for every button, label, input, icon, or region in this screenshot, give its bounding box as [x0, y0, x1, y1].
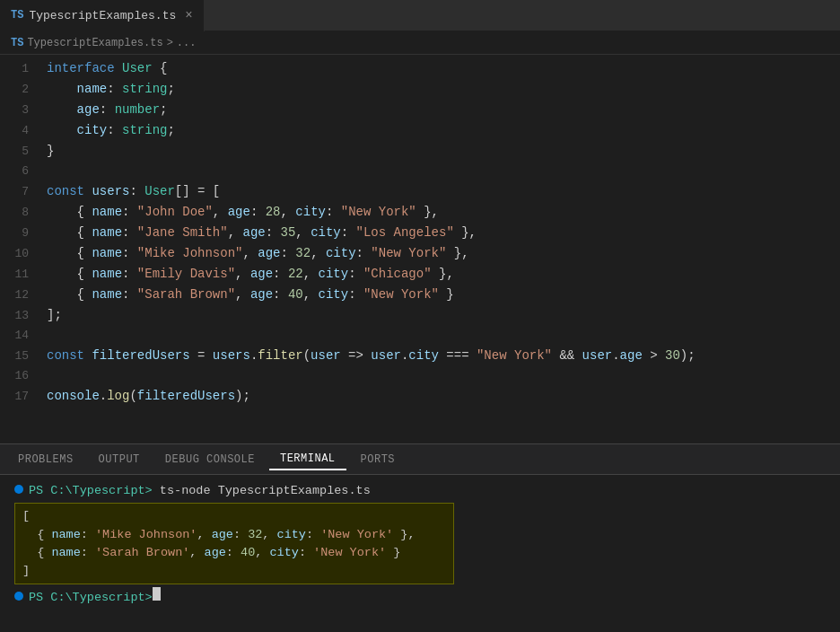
terminal-result-2: { name: 'Sarah Brown', age: 40, city: 'N… — [22, 544, 446, 562]
editor: 1 interface User { 2 name: string; 3 age… — [0, 55, 840, 443]
breadcrumb-path: TypescriptExamples.ts — [27, 37, 162, 49]
terminal-content[interactable]: PS C:\Typescript> ts-node TypescriptExam… — [0, 475, 840, 632]
code-line-11: 11 { name: "Emily Davis", age: 22, city:… — [0, 264, 840, 285]
code-line-6: 6 — [0, 162, 840, 181]
code-line-1: 1 interface User { — [0, 58, 840, 79]
code-line-3: 3 age: number; — [0, 100, 840, 120]
code-area[interactable]: 1 interface User { 2 name: string; 3 age… — [0, 55, 840, 443]
code-line-5: 5 } — [0, 141, 840, 162]
cursor-block — [153, 587, 161, 601]
terminal-cmd-1: ts-node TypescriptExamples.ts — [153, 482, 371, 500]
terminal-bracket-close: ] — [22, 562, 446, 580]
code-line-7: 7 const users: User[] = [ — [0, 181, 840, 202]
panel: PROBLEMS OUTPUT DEBUG CONSOLE TERMINAL P… — [0, 443, 840, 632]
terminal-bracket-open: [ — [22, 507, 446, 525]
terminal-line-1: PS C:\Typescript> ts-node TypescriptExam… — [14, 482, 826, 500]
code-line-15: 15 const filteredUsers = users.filter(us… — [0, 346, 840, 366]
breadcrumb-separator: > — [167, 37, 173, 49]
tab-problems[interactable]: PROBLEMS — [7, 450, 84, 470]
code-line-16: 16 — [0, 366, 840, 386]
tab-ports[interactable]: PORTS — [350, 450, 407, 470]
terminal-result-1: { name: 'Mike Johnson', age: 32, city: '… — [22, 526, 446, 544]
blue-dot-icon-2 — [14, 592, 23, 601]
tab-output[interactable]: OUTPUT — [88, 450, 151, 470]
code-line-13: 13 ]; — [0, 305, 840, 326]
tab-debug-console[interactable]: DEBUG CONSOLE — [154, 450, 266, 470]
terminal-prompt-1: PS C:\Typescript> — [29, 482, 153, 500]
editor-tab[interactable]: TS TypescriptExamples.ts × — [0, 0, 205, 31]
code-line-14: 14 — [0, 326, 840, 346]
terminal-prompt-2: PS C:\Typescript> — [29, 589, 153, 607]
terminal-line-2: PS C:\Typescript> — [14, 587, 826, 607]
panel-tabs: PROBLEMS OUTPUT DEBUG CONSOLE TERMINAL P… — [0, 444, 840, 475]
code-line-4: 4 city: string; — [0, 120, 840, 141]
code-line-8: 8 { name: "John Doe", age: 28, city: "Ne… — [0, 202, 840, 223]
code-line-2: 2 name: string; — [0, 79, 840, 100]
tab-filename: TypescriptExamples.ts — [29, 9, 176, 22]
tab-bar: TS TypescriptExamples.ts × — [0, 0, 840, 31]
breadcrumb-ts-badge: TS — [11, 37, 23, 49]
code-line-10: 10 { name: "Mike Johnson", age: 32, city… — [0, 243, 840, 264]
breadcrumb-ellipsis: ... — [177, 37, 197, 49]
code-line-9: 9 { name: "Jane Smith", age: 35, city: "… — [0, 223, 840, 243]
code-line-17: 17 console.log(filteredUsers); — [0, 386, 840, 407]
terminal-output-block: [ { name: 'Mike Johnson', age: 32, city:… — [14, 503, 454, 584]
blue-dot-icon — [14, 485, 23, 494]
ts-badge: TS — [11, 9, 23, 22]
breadcrumb: TS TypescriptExamples.ts > ... — [0, 31, 840, 55]
code-line-12: 12 { name: "Sarah Brown", age: 40, city:… — [0, 285, 840, 305]
close-icon[interactable]: × — [185, 8, 192, 22]
tab-terminal[interactable]: TERMINAL — [269, 449, 346, 470]
